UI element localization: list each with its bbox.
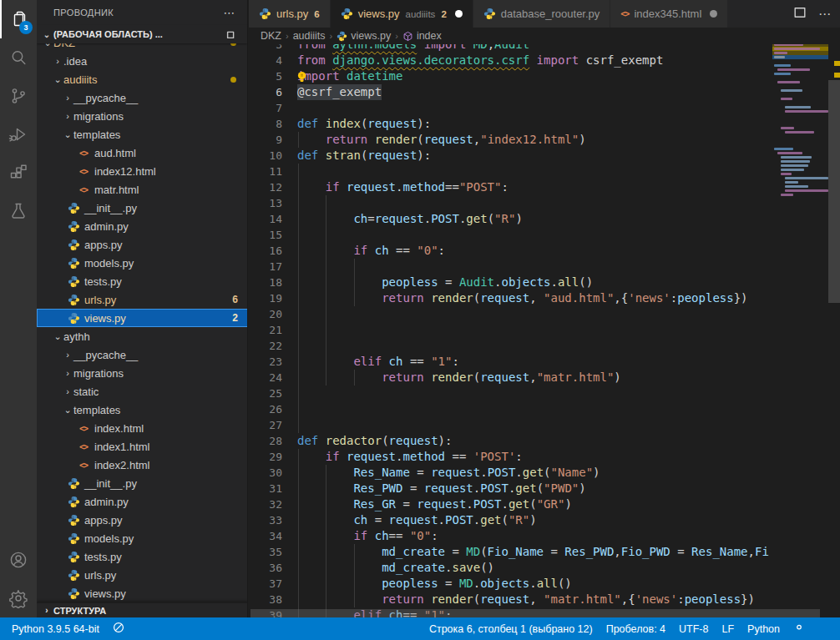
tree-item-templates[interactable]: ⌄templates bbox=[37, 125, 248, 144]
status-problems[interactable] bbox=[106, 617, 131, 640]
tab-views.py[interactable]: views.pyaudiiits2 bbox=[331, 0, 473, 28]
code-line-3[interactable]: 3from aythh.models import MD,Audit bbox=[249, 44, 772, 53]
vertical-scrollbar[interactable] bbox=[828, 44, 840, 617]
status-indentation[interactable]: Пробелов: 4 bbox=[600, 617, 672, 640]
tree-item-matr.html[interactable]: <>matr.html bbox=[37, 180, 248, 199]
code-line-20[interactable]: 20 bbox=[249, 306, 772, 322]
code-line-30[interactable]: 30 Res_Name = request.POST.get("Name") bbox=[249, 465, 772, 481]
tree-item-aud.html[interactable]: <>aud.html bbox=[37, 144, 248, 162]
code-line-33[interactable]: 33 ch = request.POST.get("R") bbox=[249, 512, 772, 528]
split-editor-button[interactable] bbox=[793, 6, 807, 23]
refresh-icon[interactable] bbox=[205, 27, 219, 42]
outline-section-header[interactable]: › СТРУКТУРА bbox=[37, 602, 248, 617]
code-line-25[interactable]: 25 bbox=[249, 386, 772, 401]
code-line-13[interactable]: 13 bbox=[249, 195, 772, 211]
code-line-29[interactable]: 29 if request.method == 'POST': bbox=[249, 449, 772, 465]
code-line-21[interactable]: 21 bbox=[249, 322, 772, 338]
new-folder-icon[interactable] bbox=[185, 27, 199, 42]
status-language[interactable]: Python bbox=[741, 617, 787, 640]
new-file-icon[interactable] bbox=[165, 27, 179, 42]
minimap[interactable] bbox=[772, 44, 828, 617]
tree-item-__init__.py[interactable]: __init__.py bbox=[37, 199, 248, 217]
tree-item-models.py[interactable]: models.py bbox=[37, 254, 248, 272]
activity-extensions[interactable] bbox=[0, 154, 37, 192]
code-line-22[interactable]: 22 bbox=[249, 338, 772, 354]
code-line-24[interactable]: 24 return render(request,"matr.html") bbox=[249, 370, 772, 386]
breadcrumb-item-audiiits[interactable]: audiiits bbox=[293, 30, 326, 42]
code-line-28[interactable]: 28def redactor(request): bbox=[249, 433, 772, 449]
code-line-38[interactable]: 38 return render(request, "matr.html",{'… bbox=[249, 592, 772, 607]
status-cursor-position[interactable]: Строка 6, столбец 1 (выбрано 12) bbox=[423, 617, 600, 640]
breadcrumb-item-DKZ[interactable]: DKZ bbox=[261, 30, 281, 42]
code-line-23[interactable]: 23 elif ch == "1": bbox=[249, 354, 772, 370]
code-line-26[interactable]: 26 bbox=[249, 401, 772, 417]
vertical-scrollbar-thumb[interactable] bbox=[828, 80, 840, 303]
activity-settings[interactable] bbox=[0, 579, 37, 617]
code-line-37[interactable]: 37 peopless = MD.objects.all() bbox=[249, 576, 772, 592]
code-line-17[interactable]: 17 bbox=[249, 259, 772, 275]
tab-urls.py[interactable]: urls.py6 bbox=[249, 0, 330, 28]
code-line-8[interactable]: 8def index(request): bbox=[249, 116, 772, 132]
activity-search[interactable] bbox=[0, 38, 37, 77]
tree-item-aythh[interactable]: ⌄aythh bbox=[37, 327, 248, 345]
tree-item-urls.py[interactable]: urls.py bbox=[37, 566, 248, 584]
status-eol[interactable]: LF bbox=[715, 617, 741, 640]
code-line-32[interactable]: 32 Res_GR = request.POST.get("GR") bbox=[249, 496, 772, 512]
feedback-icon[interactable] bbox=[787, 617, 812, 640]
notifications-bell-icon[interactable] bbox=[812, 617, 837, 640]
status-python-version[interactable]: Python 3.9.5 64-bit bbox=[5, 617, 106, 640]
code-line-19[interactable]: 19 return render(request, "aud.html",{'n… bbox=[249, 290, 772, 306]
code-line-36[interactable]: 36 md_create.save() bbox=[249, 560, 772, 576]
code-line-16[interactable]: 16 if ch == "0": bbox=[249, 243, 772, 259]
activity-account[interactable] bbox=[0, 541, 37, 579]
tree-item-views.py[interactable]: views.py bbox=[37, 584, 248, 602]
code-line-10[interactable]: 10def stran(request): bbox=[249, 148, 772, 164]
tree-item-index2.html[interactable]: <>index2.html bbox=[37, 456, 248, 474]
code-line-34[interactable]: 34 if ch== "0": bbox=[249, 528, 772, 544]
tree-item-__init__.py[interactable]: __init__.py bbox=[37, 474, 248, 492]
activity-run-debug[interactable] bbox=[0, 115, 37, 154]
horizontal-scrollbar-thumb[interactable] bbox=[250, 609, 820, 617]
code-line-4[interactable]: 4from django.views.decorators.csrf impor… bbox=[249, 53, 772, 68]
dirty-indicator[interactable] bbox=[710, 10, 717, 18]
breadcrumb-item-index[interactable]: index bbox=[402, 30, 442, 42]
tree-item-index12.html[interactable]: <>index12.html bbox=[37, 162, 248, 180]
code-line-12[interactable]: 12 if request.method=="POST": bbox=[249, 179, 772, 195]
tree-item-static[interactable]: ›static bbox=[37, 382, 248, 401]
tree-item-templates[interactable]: ⌄templates bbox=[37, 401, 248, 419]
code-line-31[interactable]: 31 Res_PWD = request.POST.get("PWD") bbox=[249, 481, 772, 496]
code-line-7[interactable]: 7 bbox=[249, 100, 772, 116]
code-line-5[interactable]: 5import datetime bbox=[249, 68, 772, 84]
tree-item-index1.html[interactable]: <>index1.html bbox=[37, 437, 248, 456]
breadcrumb-item-views.py[interactable]: views.py bbox=[337, 30, 391, 42]
activity-source-control[interactable] bbox=[0, 77, 37, 115]
explorer-more-button[interactable]: ⋯ bbox=[224, 0, 247, 25]
code-editor[interactable]: 3from aythh.models import MD,Audit4from … bbox=[249, 44, 772, 617]
tree-item-.idea[interactable]: ›.idea bbox=[37, 52, 248, 70]
tree-item-__pycache__[interactable]: ›__pycache__ bbox=[37, 88, 248, 107]
tree-item-tests.py[interactable]: tests.py bbox=[37, 547, 248, 566]
tree-item-audiiits[interactable]: ⌄audiiits bbox=[37, 70, 248, 88]
dirty-indicator[interactable] bbox=[455, 10, 463, 18]
code-line-11[interactable]: 11 bbox=[249, 164, 772, 179]
tab-database_roouter.py[interactable]: database_roouter.py bbox=[473, 0, 610, 28]
tree-item-__pycache__[interactable]: ›__pycache__ bbox=[37, 345, 248, 364]
tree-item-index.html[interactable]: <>index.html bbox=[37, 419, 248, 437]
tree-item-admin.py[interactable]: admin.py bbox=[37, 492, 248, 511]
tree-item-tests.py[interactable]: tests.py bbox=[37, 272, 248, 290]
workspace-section-header[interactable]: ⌄ (РАБОЧАЯ ОБЛАСТЬ) ... bbox=[37, 25, 247, 43]
tree-item-apps.py[interactable]: apps.py bbox=[37, 511, 248, 529]
code-line-27[interactable]: 27 bbox=[249, 417, 772, 433]
code-line-35[interactable]: 35 md_create = MD(Fio_Name = Res_PWD,Fio… bbox=[249, 544, 772, 560]
tree-item-views.py[interactable]: views.py2 bbox=[37, 309, 248, 327]
run-dropdown[interactable] bbox=[772, 6, 785, 23]
tree-item-admin.py[interactable]: admin.py bbox=[37, 217, 248, 235]
status-encoding[interactable]: UTF-8 bbox=[672, 617, 715, 640]
code-line-9[interactable]: 9 return render(request,"index12.html") bbox=[249, 132, 772, 148]
horizontal-scrollbar[interactable] bbox=[249, 609, 772, 617]
collapse-all-icon[interactable] bbox=[225, 27, 239, 42]
lightbulb-icon[interactable] bbox=[296, 71, 307, 87]
more-actions-button[interactable]: ⋯ bbox=[815, 7, 835, 22]
tree-item-models.py[interactable]: models.py bbox=[37, 529, 248, 547]
activity-explorer[interactable]: 3 bbox=[0, 0, 37, 38]
